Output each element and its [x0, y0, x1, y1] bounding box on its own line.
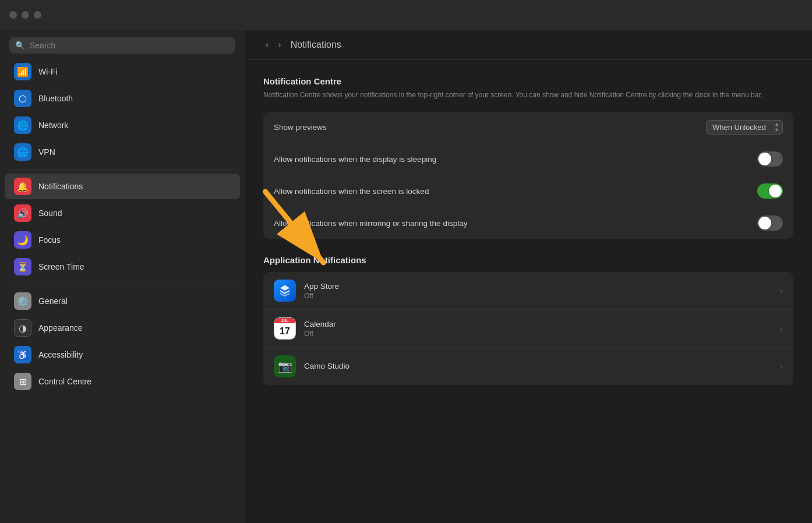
mirroring-toggle[interactable] — [757, 215, 783, 231]
page-title: Notifications — [291, 40, 341, 50]
sidebar-label-notifications: Notifications — [38, 182, 83, 191]
calendar-chevron: › — [780, 324, 783, 333]
calendar-icon: JUL 17 — [274, 317, 296, 340]
sidebar-label-focus: Focus — [38, 235, 61, 245]
screen-locked-knob — [769, 185, 782, 197]
calendar-icon-inner: JUL 17 — [274, 317, 296, 340]
app-row-camo[interactable]: 📷 Camo Studio › — [263, 348, 793, 385]
network-icon: 🌐 — [14, 116, 31, 134]
camo-name: Camo Studio — [304, 362, 780, 370]
sidebar-item-bluetooth[interactable]: ⬡ Bluetooth — [5, 86, 240, 111]
calendar-status: Off — [304, 330, 780, 338]
sidebar-label-general: General — [38, 296, 68, 306]
sidebar-label-screentime: Screen Time — [38, 262, 84, 271]
screen-locked-toggle[interactable] — [757, 183, 783, 199]
calendar-day: 17 — [274, 323, 295, 339]
sidebar-label-bluetooth: Bluetooth — [38, 94, 73, 103]
sidebar-label-vpn: VPN — [38, 147, 55, 157]
sidebar-item-notifications[interactable]: 🔔 Notifications — [5, 174, 240, 199]
search-placeholder: Search — [30, 41, 55, 50]
sidebar-label-sound: Sound — [38, 209, 62, 218]
notification-centre-panel: Show previews When Unlocked Always Never… — [263, 112, 793, 239]
sidebar-item-vpn[interactable]: 🌐 VPN — [5, 139, 240, 165]
back-button[interactable]: ‹ — [263, 38, 271, 51]
calendar-name: Calendar — [304, 320, 780, 328]
content-body: Notification Centre Notification Centre … — [245, 60, 812, 523]
camo-icon: 📷 — [274, 355, 296, 377]
appstore-name: App Store — [304, 282, 780, 291]
appstore-icon — [274, 280, 296, 302]
minimize-button[interactable] — [22, 11, 29, 19]
traffic-lights — [9, 11, 41, 19]
app-list: App Store Off › JUL 17 — [263, 272, 793, 385]
main-layout: 🔍 Search 📶 Wi-Fi ⬡ Bluetooth 🌐 Network — [0, 30, 812, 523]
sidebar-separator-2 — [9, 284, 235, 284]
vpn-icon: 🌐 — [14, 143, 31, 161]
sidebar-item-screentime[interactable]: ⏳ Screen Time — [5, 254, 240, 280]
show-previews-label: Show previews — [274, 123, 327, 132]
display-sleeping-knob — [758, 153, 771, 165]
calendar-month: JUL — [274, 318, 295, 323]
sidebar-item-controlcentre[interactable]: ⊞ Control Centre — [5, 369, 240, 394]
sidebar-item-network[interactable]: 🌐 Network — [5, 112, 240, 138]
accessibility-icon: ♿ — [14, 346, 31, 363]
sidebar-item-appearance[interactable]: ◑ Appearance — [5, 315, 240, 341]
app-row-appstore[interactable]: App Store Off › — [263, 272, 793, 310]
sidebar-label-controlcentre: Control Centre — [38, 377, 91, 386]
app-notifications-heading: Application Notifications — [263, 255, 793, 265]
camo-info: Camo Studio — [304, 362, 780, 372]
controlcentre-icon: ⊞ — [14, 373, 31, 390]
notification-centre-description: Notification Centre shows your notificat… — [263, 90, 764, 100]
appstore-chevron: › — [780, 286, 783, 295]
content-area: ‹ › Notifications Notification Centre No… — [245, 30, 812, 523]
show-previews-select[interactable]: When Unlocked Always Never — [706, 120, 783, 135]
mirroring-label: Allow notifications when mirroring or sh… — [274, 219, 467, 228]
sidebar-label-accessibility: Accessibility — [38, 350, 83, 359]
sidebar-item-general[interactable]: ⚙️ General — [5, 288, 240, 314]
sidebar-separator-1 — [9, 169, 235, 169]
screen-locked-label: Allow notifications when the screen is l… — [274, 187, 429, 196]
titlebar — [0, 0, 812, 30]
maximize-button[interactable] — [34, 11, 41, 19]
content-header: ‹ › Notifications — [245, 30, 812, 60]
search-icon: 🔍 — [15, 41, 25, 50]
close-button[interactable] — [9, 11, 17, 19]
sidebar-item-sound[interactable]: 🔊 Sound — [5, 200, 240, 226]
sidebar-label-network: Network — [38, 121, 68, 130]
bluetooth-icon: ⬡ — [14, 90, 31, 107]
general-icon: ⚙️ — [14, 292, 31, 310]
search-box[interactable]: 🔍 Search — [9, 37, 235, 54]
show-previews-select-wrapper[interactable]: When Unlocked Always Never ▲ ▼ — [706, 120, 783, 135]
notification-centre-heading: Notification Centre — [263, 76, 793, 86]
sidebar-item-accessibility[interactable]: ♿ Accessibility — [5, 342, 240, 367]
content-wrapper: ‹ › Notifications Notification Centre No… — [245, 30, 812, 523]
display-sleeping-label: Allow notifications when the display is … — [274, 155, 436, 164]
appstore-info: App Store Off — [304, 282, 780, 300]
show-previews-row[interactable]: Show previews When Unlocked Always Never… — [263, 112, 793, 143]
sidebar-label-wifi: Wi-Fi — [38, 67, 58, 76]
search-container: 🔍 Search — [0, 30, 245, 58]
sidebar-item-focus[interactable]: 🌙 Focus — [5, 227, 240, 253]
mirroring-knob — [758, 217, 771, 229]
screentime-icon: ⏳ — [14, 258, 31, 275]
calendar-info: Calendar Off — [304, 320, 780, 338]
sound-icon: 🔊 — [14, 204, 31, 222]
wifi-icon: 📶 — [14, 63, 31, 80]
appearance-icon: ◑ — [14, 319, 31, 337]
app-row-calendar[interactable]: JUL 17 Calendar Off › — [263, 310, 793, 348]
mirroring-row[interactable]: Allow notifications when mirroring or sh… — [263, 207, 793, 239]
focus-icon: 🌙 — [14, 231, 31, 249]
display-sleeping-toggle[interactable] — [757, 151, 783, 167]
sidebar-item-wifi[interactable]: 📶 Wi-Fi — [5, 59, 240, 84]
forward-button[interactable]: › — [276, 38, 283, 51]
appstore-status: Off — [304, 292, 780, 300]
notifications-icon: 🔔 — [14, 178, 31, 195]
sidebar: 🔍 Search 📶 Wi-Fi ⬡ Bluetooth 🌐 Network — [0, 30, 245, 523]
camo-chevron: › — [780, 362, 783, 371]
screen-locked-row[interactable]: Allow notifications when the screen is l… — [263, 175, 793, 207]
display-sleeping-row[interactable]: Allow notifications when the display is … — [263, 143, 793, 175]
sidebar-label-appearance: Appearance — [38, 323, 83, 333]
